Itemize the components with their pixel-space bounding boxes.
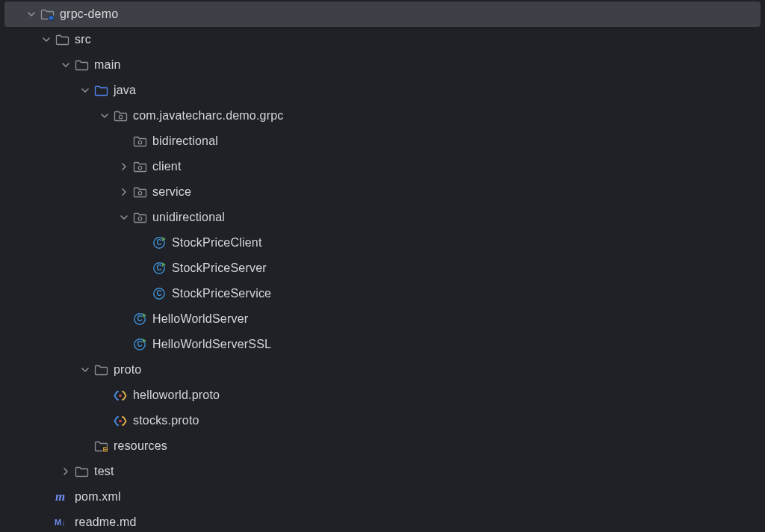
folder-icon <box>73 57 90 73</box>
tree-label: service <box>152 185 191 199</box>
tree-label: java <box>114 84 136 97</box>
folder-icon <box>93 362 109 378</box>
tree-item-service[interactable]: service <box>0 179 765 205</box>
tree-item-helloworld-proto[interactable]: helloworld.proto <box>0 383 765 408</box>
runnable-class-icon <box>151 260 167 276</box>
tree-label: resources <box>114 439 167 453</box>
proto-file-icon <box>112 387 128 403</box>
folder-icon <box>54 31 70 48</box>
tree-item-package[interactable]: com.javatecharc.demo.grpc <box>0 103 765 129</box>
tree-label: com.javatecharc.demo.grpc <box>133 109 284 123</box>
tree-item-stockpriceservice[interactable]: StockPriceService <box>0 281 765 306</box>
resources-folder-icon <box>93 438 109 454</box>
tree-label: client <box>152 160 182 173</box>
tree-label: unidirectional <box>152 211 225 224</box>
chevron-down-icon <box>78 365 93 374</box>
tree-item-project-root[interactable]: grpc-demo <box>4 1 761 27</box>
tree-label: src <box>75 33 91 46</box>
tree-item-helloworldserver[interactable]: HelloWorldServer <box>0 306 765 332</box>
maven-file-icon <box>54 489 70 505</box>
tree-label: helloworld.proto <box>133 389 220 402</box>
tree-label: HelloWorldServerSSL <box>152 338 271 351</box>
tree-item-src[interactable]: src <box>0 27 765 52</box>
tree-label: pom.xml <box>75 490 121 504</box>
tree-label: bidirectional <box>152 134 218 148</box>
tree-item-resources[interactable]: resources <box>0 433 765 459</box>
package-icon <box>131 158 148 175</box>
tree-label: StockPriceClient <box>172 236 262 250</box>
tree-label: grpc-demo <box>60 7 118 21</box>
runnable-class-icon <box>151 235 167 251</box>
tree-label: proto <box>114 363 141 377</box>
tree-item-stockpriceclient[interactable]: StockPriceClient <box>0 230 765 256</box>
project-tree[interactable]: grpc-demo src main java com.javatecharc.… <box>0 0 765 532</box>
tree-label: readme.md <box>75 516 137 529</box>
tree-label: stocks.proto <box>133 414 199 427</box>
chevron-down-icon <box>39 35 54 44</box>
module-folder-icon <box>39 6 55 22</box>
chevron-right-icon <box>117 162 131 171</box>
runnable-class-icon <box>131 311 148 327</box>
tree-item-proto[interactable]: proto <box>0 357 765 383</box>
chevron-down-icon <box>58 61 73 69</box>
tree-item-helloworldserverssl[interactable]: HelloWorldServerSSL <box>0 332 765 357</box>
proto-file-icon <box>112 412 128 429</box>
tree-item-unidirectional[interactable]: unidirectional <box>0 205 765 230</box>
tree-item-stocks-proto[interactable]: stocks.proto <box>0 408 765 433</box>
tree-item-java[interactable]: java <box>0 78 765 103</box>
package-icon <box>131 133 148 149</box>
chevron-right-icon <box>58 467 73 476</box>
class-icon <box>151 285 167 302</box>
tree-item-client[interactable]: client <box>0 154 765 179</box>
tree-item-stockpriceserver[interactable]: StockPriceServer <box>0 256 765 281</box>
tree-label: StockPriceServer <box>172 262 267 275</box>
tree-item-bidirectional[interactable]: bidirectional <box>0 129 765 154</box>
chevron-down-icon <box>117 213 131 222</box>
package-icon <box>131 184 148 200</box>
runnable-class-icon <box>131 336 148 353</box>
tree-label: HelloWorldServer <box>152 312 248 326</box>
tree-item-pom[interactable]: pom.xml <box>0 484 765 510</box>
tree-item-main[interactable]: main <box>0 52 765 78</box>
tree-label: main <box>94 58 120 72</box>
chevron-down-icon <box>78 86 93 95</box>
chevron-right-icon <box>117 188 131 197</box>
package-icon <box>112 108 128 124</box>
markdown-file-icon <box>54 514 70 531</box>
chevron-down-icon <box>97 111 112 120</box>
tree-label: test <box>94 465 114 478</box>
tree-label: StockPriceService <box>172 287 271 300</box>
chevron-down-icon <box>24 10 39 19</box>
tree-item-readme[interactable]: readme.md <box>0 510 765 532</box>
source-folder-icon <box>93 82 109 99</box>
package-icon <box>131 209 148 226</box>
tree-item-test[interactable]: test <box>0 459 765 484</box>
folder-icon <box>73 463 90 480</box>
